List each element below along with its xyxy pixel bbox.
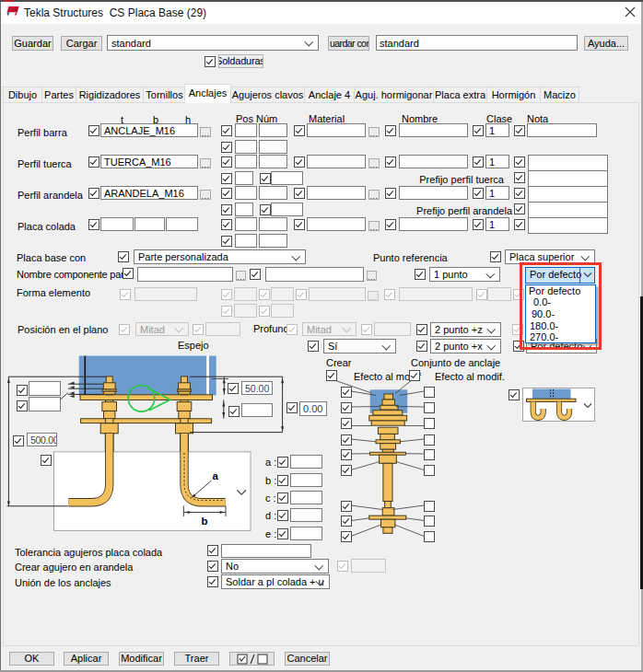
svg-text:a: a bbox=[213, 470, 219, 481]
svg-text:b: b bbox=[202, 516, 208, 527]
